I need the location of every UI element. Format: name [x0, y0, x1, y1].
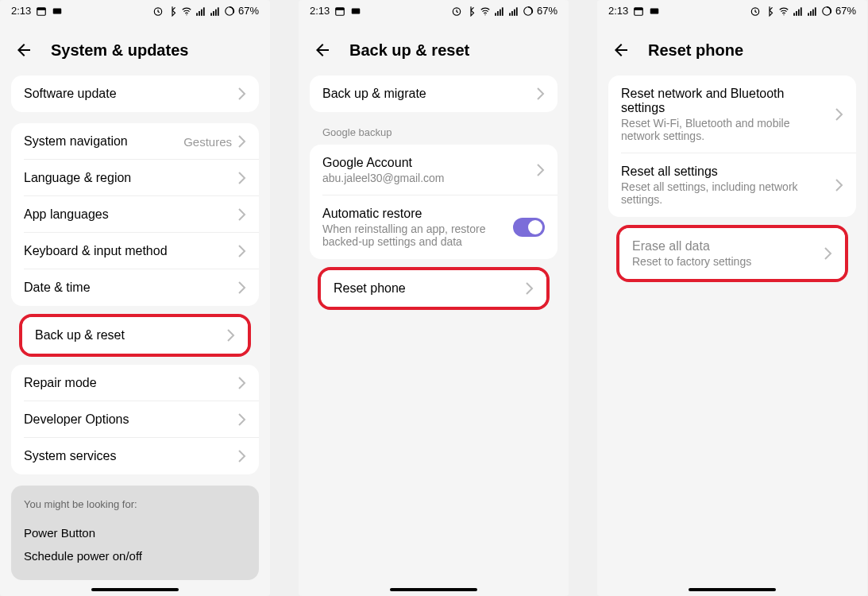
item-reset-phone[interactable]: Reset phone: [321, 270, 546, 307]
item-subtitle: Reset to factory settings: [632, 255, 824, 268]
signal-icon: [793, 6, 804, 17]
page-title: Back up & reset: [349, 41, 469, 60]
alarm-icon: [750, 6, 761, 17]
item-app-languages[interactable]: App languages: [11, 196, 259, 233]
chevron-right-icon: [835, 108, 843, 121]
page-title: System & updates: [51, 41, 188, 60]
toggle-automatic-restore[interactable]: [513, 218, 545, 237]
item-label: Google Account: [322, 156, 537, 170]
page-title: Reset phone: [648, 41, 743, 60]
svg-rect-22: [502, 7, 503, 15]
item-label: Repair mode: [24, 376, 97, 390]
highlight-erase-all-data: Erase all data Reset to factory settings: [616, 225, 848, 282]
svg-rect-8: [203, 7, 205, 15]
item-subtitle: Reset Wi-Fi, Bluetooth and mobile networ…: [621, 117, 812, 142]
svg-point-18: [484, 14, 485, 15]
chevron-right-icon: [238, 172, 246, 184]
svg-rect-9: [210, 13, 212, 15]
home-indicator[interactable]: [91, 588, 179, 591]
item-label: Reset network and Bluetooth settings: [621, 87, 812, 115]
chevron-right-icon: [238, 208, 246, 221]
svg-rect-29: [635, 7, 643, 10]
item-backup-reset[interactable]: Back up & reset: [22, 317, 248, 354]
svg-rect-24: [511, 11, 513, 16]
item-google-account[interactable]: Google Account abu.jaleel30@gmail.com: [310, 145, 557, 195]
svg-rect-37: [808, 13, 809, 15]
back-icon[interactable]: [313, 41, 332, 60]
back-icon[interactable]: [611, 41, 631, 60]
svg-rect-33: [793, 13, 795, 15]
item-software-update[interactable]: Software update: [11, 75, 259, 112]
status-time: 2:13: [310, 5, 330, 17]
suggestion-power[interactable]: Power Button: [24, 521, 246, 544]
screen-system-updates: 2:13 67% System & updates Software updat…: [0, 0, 270, 596]
suggestion-schedule[interactable]: Schedule power on/off: [24, 544, 246, 567]
status-battery: 67%: [238, 5, 259, 17]
chevron-right-icon: [824, 247, 832, 260]
screen-backup-reset: 2:13 67% Back up & reset Back up & migra…: [299, 0, 569, 596]
item-reset-network[interactable]: Reset network and Bluetooth settings Res…: [608, 75, 856, 153]
item-system-navigation[interactable]: System navigation Gestures: [11, 123, 259, 160]
chevron-right-icon: [227, 329, 235, 342]
signal2-icon: [807, 6, 818, 17]
chevron-right-icon: [238, 377, 246, 389]
chevron-right-icon: [238, 245, 246, 257]
svg-rect-39: [812, 9, 814, 15]
item-label: Date & time: [24, 281, 91, 295]
calendar-icon: [633, 6, 644, 17]
highlight-backup-reset: Back up & reset: [19, 314, 251, 357]
chevron-right-icon: [238, 281, 246, 294]
signal-icon: [494, 6, 505, 17]
item-reset-all-settings[interactable]: Reset all settings Reset all settings, i…: [608, 153, 856, 217]
signal-icon: [195, 6, 206, 17]
svg-rect-23: [509, 13, 511, 15]
bluetooth-icon: [167, 6, 178, 17]
item-automatic-restore[interactable]: Automatic restore When reinstalling an a…: [310, 195, 557, 259]
item-subtitle: abu.jaleel30@gmail.com: [322, 172, 537, 184]
status-bar: 2:13 67%: [0, 0, 270, 20]
svg-rect-10: [213, 11, 214, 16]
svg-rect-30: [650, 8, 659, 14]
wifi-icon: [181, 6, 192, 17]
item-value: Gestures: [183, 135, 232, 149]
status-bar: 2:13 67%: [597, 0, 867, 20]
status-battery: 67%: [537, 5, 557, 17]
wifi-icon: [778, 6, 789, 17]
svg-rect-12: [218, 7, 219, 15]
item-label: Developer Options: [24, 412, 129, 427]
signal2-icon: [508, 6, 519, 17]
battery-circle-icon: [224, 6, 235, 17]
svg-rect-7: [201, 9, 203, 15]
suggestion-card: You might be looking for: Power Button S…: [11, 486, 259, 580]
svg-rect-2: [53, 8, 62, 14]
item-system-services[interactable]: System services: [11, 438, 259, 474]
suggestion-title: You might be looking for:: [24, 498, 246, 510]
chevron-right-icon: [238, 450, 246, 462]
item-language-region[interactable]: Language & region: [11, 160, 259, 196]
svg-rect-35: [798, 9, 800, 15]
svg-rect-20: [497, 11, 499, 16]
home-indicator[interactable]: [390, 588, 477, 591]
svg-rect-38: [810, 11, 812, 16]
svg-rect-16: [352, 8, 361, 14]
chevron-right-icon: [238, 87, 246, 100]
page-header: Reset phone: [597, 20, 867, 75]
back-icon[interactable]: [14, 41, 33, 60]
item-repair-mode[interactable]: Repair mode: [11, 365, 259, 401]
item-developer-options[interactable]: Developer Options: [11, 401, 259, 438]
item-backup-migrate[interactable]: Back up & migrate: [310, 75, 557, 112]
home-indicator[interactable]: [689, 588, 776, 591]
item-label: System navigation: [24, 134, 128, 149]
bluetooth-icon: [465, 6, 476, 17]
item-keyboard-input[interactable]: Keyboard & input method: [11, 233, 259, 269]
svg-rect-34: [796, 11, 797, 16]
item-date-time[interactable]: Date & time: [11, 269, 259, 306]
item-label: Keyboard & input method: [24, 244, 168, 258]
card-icon: [350, 6, 361, 17]
item-erase-all-data[interactable]: Erase all data Reset to factory settings: [619, 228, 845, 279]
svg-rect-6: [199, 11, 200, 16]
alarm-icon: [152, 6, 164, 17]
card-icon: [52, 6, 63, 17]
item-label: Reset phone: [334, 281, 406, 296]
chevron-right-icon: [537, 87, 545, 100]
